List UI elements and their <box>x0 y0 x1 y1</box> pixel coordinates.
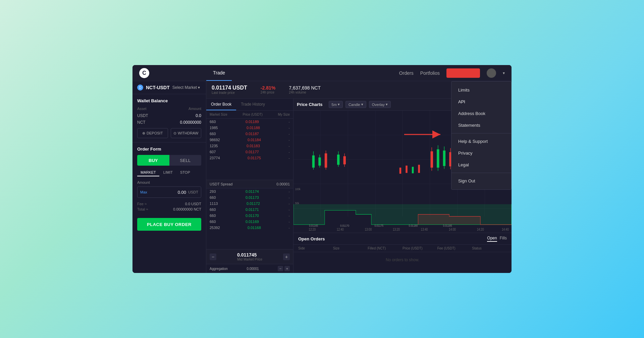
dropdown-item-addressbook[interactable]: Address Book <box>451 108 511 119</box>
dropdown-item-privacy[interactable]: Privacy <box>451 147 511 159</box>
order-book-panel: Order Book Trade History Market Size Pri… <box>206 99 293 273</box>
table-row: 2930.01174- <box>206 188 293 194</box>
balance-row-usdt: USDT 0.0 <box>137 113 201 118</box>
open-tab-fills[interactable]: Fills <box>500 236 507 242</box>
tab-order-book[interactable]: Order Book <box>206 99 236 110</box>
svg-rect-49 <box>418 165 420 173</box>
no-orders-message: No orders to show. <box>293 252 512 268</box>
select-market-button[interactable]: Select Market ▾ <box>172 85 200 90</box>
svg-text:14:20: 14:20 <box>477 227 484 231</box>
table-row: 11130.01172- <box>206 201 293 207</box>
dropdown-item-legal[interactable]: Legal <box>451 159 511 171</box>
sell-tab[interactable]: SELL <box>169 155 202 166</box>
svg-text:13:00: 13:00 <box>365 227 372 231</box>
orders-table-header: Side Size Filled (NCT) Price (USDT) Fee … <box>293 245 512 252</box>
market-icon: D <box>137 84 143 91</box>
nav-tabs: Trade <box>206 65 392 81</box>
arrow-indicator <box>404 129 444 141</box>
buy-sell-tabs: BUY SELL <box>137 155 201 166</box>
table-row: 6070.01177- <box>206 149 293 155</box>
tab-trade-history[interactable]: Trade History <box>236 99 270 110</box>
nav-right: Orders Portfolios ▾ <box>392 68 512 78</box>
open-orders-title: Open Orders <box>298 236 325 241</box>
dropdown-item-api[interactable]: API <box>451 96 511 108</box>
svg-text:0.01180: 0.01180 <box>409 224 418 227</box>
open-orders-header: Open Orders Open Fills <box>293 233 512 245</box>
last-price: 0.01174 USDT <box>212 85 247 91</box>
svg-text:50k: 50k <box>295 201 300 205</box>
dropdown-item-helpsupport[interactable]: Help & Support <box>451 135 511 147</box>
wallet-action-buttons: ⊕ DEPOSIT ⊙ WITHDRAW <box>137 128 201 138</box>
withdraw-icon: ⊙ <box>173 131 176 135</box>
place-buy-order-button[interactable]: PLACE BUY ORDER <box>137 218 201 231</box>
agg-plus-button[interactable]: + <box>284 266 290 271</box>
table-row: 6600.01169- <box>206 219 293 225</box>
bid-rows: 2930.01174- 6600.01173- 11130.01172- 660… <box>206 188 293 249</box>
buy-tab[interactable]: BUY <box>137 155 169 166</box>
chart-title: Price Charts <box>297 102 323 107</box>
deposit-button[interactable]: ⊕ DEPOSIT <box>137 128 168 138</box>
amount-label: Amount <box>137 180 201 184</box>
top-nav: C Trade Orders Portfolios ▾ <box>132 65 512 81</box>
last-price-item: 0.01174 USDT Last trade price <box>212 85 247 95</box>
overlay-button[interactable]: Overlay ▾ <box>369 101 391 108</box>
mid-minus-button[interactable]: − <box>210 253 216 260</box>
order-book-header: Market Size Price (USDT) My Size <box>206 111 293 119</box>
table-row: 6600.01187- <box>206 131 293 137</box>
mid-plus-button[interactable]: + <box>283 253 290 260</box>
nav-tab-trade[interactable]: Trade <box>206 65 232 81</box>
svg-rect-46 <box>399 168 401 174</box>
order-type-stop[interactable]: STOP <box>177 169 194 176</box>
chevron-icon: ▾ <box>361 102 363 107</box>
order-book-tabs: Order Book Trade History <box>206 99 293 111</box>
nav-tab-portfolios[interactable]: Portfolios <box>420 70 440 76</box>
open-fill-tabs: Open Fills <box>487 236 507 242</box>
svg-rect-47 <box>406 166 408 173</box>
spread-row: USDT Spread 0.00001 <box>206 180 293 188</box>
volume-value: 7,637,698 NCT <box>289 85 321 91</box>
table-row: 6600.01189- <box>206 119 293 125</box>
max-link[interactable]: Max <box>140 190 147 194</box>
svg-text:13:20: 13:20 <box>393 227 400 231</box>
dropdown-item-signout[interactable]: Sign Out <box>451 175 511 187</box>
svg-text:13:40: 13:40 <box>421 227 428 231</box>
market-selector: D NCT-USDT Select Market ▾ <box>132 81 206 94</box>
order-type-limit[interactable]: LIMIT <box>160 169 176 176</box>
svg-text:0.01175: 0.01175 <box>374 224 383 227</box>
table-row: 6600.01173- <box>206 194 293 201</box>
last-price-label: Last trade price <box>212 91 247 95</box>
candle-type-button[interactable]: Candle ▾ <box>345 101 366 108</box>
nav-tab-orders[interactable]: Orders <box>399 70 414 76</box>
chevron-icon: ▾ <box>338 102 340 107</box>
aggregation-value: 0.00001 <box>247 267 259 271</box>
svg-text:12:40: 12:40 <box>337 227 344 231</box>
user-menu-chevron[interactable]: ▾ <box>503 71 505 75</box>
mid-price-container: 0.011745 Mid Market Price <box>237 252 262 261</box>
change-label: 24h price <box>261 91 275 94</box>
volume-item: 7,637,698 NCT 24h volume <box>289 85 321 94</box>
agg-minus-button[interactable]: − <box>278 266 283 271</box>
timeframe-button[interactable]: 5m ▾ <box>329 101 343 108</box>
app-container: C Trade Orders Portfolios ▾ Limits API A… <box>132 65 512 273</box>
dropdown-item-statements[interactable]: Statements <box>451 119 511 131</box>
order-type-market[interactable]: MARKET <box>137 169 159 176</box>
mid-price-value: 0.011745 <box>237 252 262 258</box>
order-form-title: Order Form <box>137 147 201 152</box>
fee-row: Fee ≈ 0.0 USDT <box>137 202 201 206</box>
svg-text:14:00: 14:00 <box>449 227 456 231</box>
withdraw-button[interactable]: ⊙ WITHDRAW <box>171 128 202 138</box>
table-row: 6600.01171- <box>206 207 293 213</box>
svg-text:100k: 100k <box>295 187 301 191</box>
chevron-icon: ▾ <box>386 102 388 107</box>
total-row: Total ≈ 0.00000000 NCT <box>137 207 201 211</box>
logo-area: C <box>132 68 206 78</box>
user-button[interactable] <box>446 68 480 78</box>
open-tab-open[interactable]: Open <box>487 236 497 242</box>
mid-price-row: − 0.011745 Mid Market Price + <box>206 249 293 264</box>
svg-text:0.01170: 0.01170 <box>340 224 349 227</box>
price-change: -2.81% <box>261 85 275 91</box>
dropdown-item-limits[interactable]: Limits <box>451 84 511 96</box>
left-sidebar: D NCT-USDT Select Market ▾ Wallet Balanc… <box>132 81 206 273</box>
volume-label: 24h volume <box>289 91 321 94</box>
dropdown-divider-1 <box>451 133 511 133</box>
